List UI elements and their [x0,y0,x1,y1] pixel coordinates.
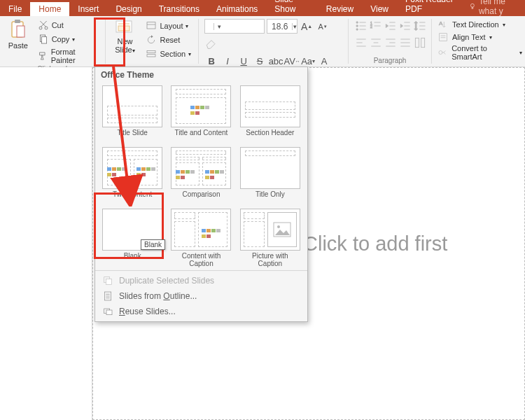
layout-title-slide[interactable]: Title Slide [98,84,167,146]
layout-picture-caption-label-2: Caption [258,260,282,267]
ribbon-tabs: File Home Insert Design Transitions Anim… [0,0,525,16]
group-text-options: AText Direction▾ Align Text▾ Convert to … [432,16,525,66]
copy-icon [38,34,49,45]
svg-rect-8 [41,37,46,43]
copy-button[interactable]: Copy▾ [36,33,101,46]
svg-rect-15 [147,55,155,57]
paragraph-group-label: Paragraph [374,57,407,66]
layout-title-content-label: Title and Content [175,127,228,144]
section-button[interactable]: Section▾ [144,48,192,60]
decrease-font-button[interactable]: A▼ [316,20,330,34]
svg-rect-48 [421,38,425,47]
tab-insert[interactable]: Insert [69,2,107,16]
decrease-indent-button[interactable] [384,19,398,33]
font-family-combo[interactable]: ▾ [204,19,265,34]
duplicate-icon [102,275,113,286]
underline-button[interactable]: U [237,54,251,68]
text-direction-label: Text Direction [452,20,499,29]
layout-label: Layout [160,22,183,30]
reuse-slides-item[interactable]: Reuse Slides... [95,304,307,319]
font-color-button[interactable]: A [317,54,331,68]
align-text-button[interactable]: Align Text▾ [438,31,522,43]
align-right-button[interactable] [384,36,398,50]
svg-point-18 [356,25,358,27]
svg-rect-50 [440,34,447,41]
tab-slideshow[interactable]: Slide Show [266,0,317,16]
ribbon: Paste Cut Copy▾ Format Painter Clipboard… [0,16,525,67]
change-case-button[interactable]: Aa▾ [301,54,315,68]
slides-from-outline-item[interactable]: Slides from Outline... [95,288,307,304]
slide-thumbnail-pane[interactable] [0,67,92,420]
layout-title-only[interactable]: Title Only [236,146,304,207]
layout-title-only-label: Title Only [255,189,285,206]
dropdown-header: Office Theme [95,67,307,83]
shadow-button[interactable]: abc [269,54,283,68]
layout-two-content-label: Two Content [113,189,152,206]
numbering-icon: 12 [369,19,383,33]
increase-indent-button[interactable] [398,19,412,33]
increase-font-button[interactable]: A▲ [300,20,314,34]
layout-blank-label: Blank [124,251,141,267]
chevron-down-icon: ▾ [292,23,297,30]
new-slide-dropdown: Office Theme Title Slide Title and Conte… [94,66,308,322]
svg-point-55 [277,225,280,228]
layout-icon [146,20,157,31]
format-painter-button[interactable]: Format Painter [36,47,101,65]
cut-label: Cut [52,21,64,29]
eraser-icon [204,36,218,50]
font-size-value: 18.6 [267,22,292,31]
reuse-slides-label: Reuse Slides... [119,307,176,316]
tell-me-label: Tell me what y [479,0,522,16]
layout-section-header[interactable]: Section Header [236,84,304,146]
layout-two-content[interactable]: Two Content [98,146,167,207]
outdent-icon [384,19,398,33]
tell-me[interactable]: Tell me what y [469,0,525,16]
chevron-down-icon: ▾ [214,23,225,30]
smartart-button[interactable]: Convert to SmartArt▾ [438,44,522,61]
bullets-button[interactable] [354,19,368,33]
strikethrough-button[interactable]: S [253,54,267,68]
italic-button[interactable]: I [220,54,234,68]
clear-formatting-button[interactable] [204,36,218,50]
font-size-combo[interactable]: 18.6▾ [267,19,298,34]
cut-button[interactable]: Cut [36,19,101,31]
group-slides: New Slide▾ Layout▾ Reset Section▾ [105,16,198,66]
paste-icon [9,19,27,40]
columns-button[interactable] [413,36,427,50]
tab-home[interactable]: Home [30,2,69,16]
tab-view[interactable]: View [362,2,397,16]
layout-content-caption-label-1: Content with [182,252,221,260]
numbering-button[interactable]: 12 [369,19,383,33]
bulb-icon [469,2,476,10]
layout-button[interactable]: Layout▾ [144,20,192,32]
layout-title-and-content[interactable]: Title and Content [167,84,235,146]
align-left-icon [354,36,368,50]
text-direction-button[interactable]: AText Direction▾ [438,19,522,30]
justify-button[interactable] [398,36,412,50]
line-spacing-button[interactable] [413,19,427,33]
section-icon [146,48,157,59]
tab-review[interactable]: Review [318,2,362,16]
bold-button[interactable]: B [204,54,218,68]
justify-icon [398,36,412,50]
layout-content-with-caption[interactable]: Content withCaption [167,207,235,269]
layout-picture-with-caption[interactable]: Picture withCaption [236,207,304,269]
align-center-button[interactable] [369,36,383,50]
new-slide-icon [115,20,134,36]
format-painter-label: Format Painter [51,48,99,64]
tab-animations[interactable]: Animations [208,2,266,16]
layout-blank[interactable]: Blank [98,207,167,269]
tab-file[interactable]: File [0,2,30,16]
layout-comparison[interactable]: Comparison [167,146,235,207]
tab-design[interactable]: Design [107,2,150,16]
char-spacing-button[interactable]: AV↔ [285,54,299,68]
svg-rect-63 [106,310,112,315]
new-slide-button[interactable]: New Slide▾ [108,16,141,60]
paste-button[interactable]: Paste [3,16,34,65]
tooltip-blank: Blank [141,239,165,250]
tab-transitions[interactable]: Transitions [150,2,208,16]
reset-button[interactable]: Reset [144,34,192,46]
copy-label: Copy [52,35,70,43]
tab-foxit[interactable]: Foxit Reader PDF [397,0,469,16]
align-left-button[interactable] [354,36,368,50]
